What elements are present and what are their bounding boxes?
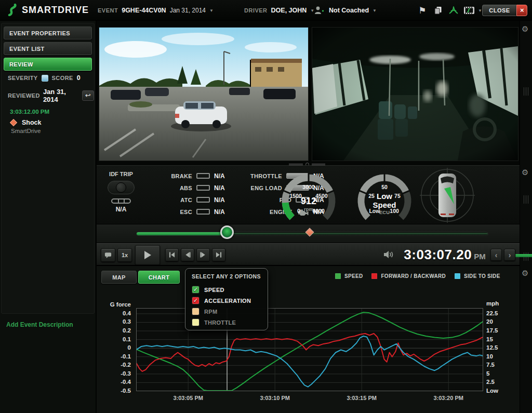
sidebar-tab-review[interactable]: REVIEW	[4, 58, 92, 71]
event-selector[interactable]: EVENT 9GHE-44CV0N Jan 31, 2014 ▼	[98, 0, 214, 21]
event-type-row: Shock	[11, 119, 95, 126]
option-acceleration[interactable]: ✓ACCELERATION	[192, 295, 261, 306]
indicator-box	[196, 185, 210, 191]
event-id: 9GHE-44CV0N	[122, 7, 166, 14]
close-x-button[interactable]: ×	[516, 5, 527, 16]
flag-icon[interactable]: ⚑	[416, 4, 429, 17]
video-clip-icon[interactable]	[462, 4, 476, 17]
export-reader-icon[interactable]	[447, 4, 460, 17]
previous-event-button[interactable]: ‹	[490, 249, 502, 261]
timeline-progress	[137, 232, 228, 235]
chevron-down-icon[interactable]: ▼	[209, 8, 214, 13]
telemetry-section-drag-handle[interactable]	[524, 195, 528, 204]
bus-interior-scene	[312, 28, 518, 161]
y-tick-right: 20	[486, 318, 512, 325]
idf-trip-meter	[111, 198, 131, 204]
unchecked-checkbox[interactable]	[192, 308, 200, 315]
video-clip-glyph	[463, 6, 475, 15]
interior-camera-video[interactable]	[312, 27, 518, 161]
timeline-section	[97, 224, 520, 243]
unchecked-checkbox[interactable]	[192, 318, 200, 326]
telemetry-settings-gear-icon[interactable]: ⚙	[522, 168, 528, 176]
indicator-row-abs: ABSN/A	[147, 182, 230, 194]
indicator-label: ABS	[180, 185, 192, 191]
event-time: 3:03:12.00 PM	[10, 109, 95, 115]
y-tick-right: 5	[486, 370, 512, 377]
driver-selector[interactable]: DRIVER DOE, JOHN ▼	[244, 0, 314, 21]
indicator-value: N/A	[214, 196, 230, 204]
checked-checkbox[interactable]: ✓	[192, 286, 200, 294]
indicator-row-brake: BRAKEN/A	[147, 170, 230, 182]
video-section	[97, 21, 520, 165]
y-tick-right: 12.5	[486, 344, 512, 351]
smartdrive-event-review-screen: SMARTDRIVE EVENT 9GHE-44CV0N Jan 31, 201…	[0, 0, 532, 413]
close-button[interactable]: CLOSE	[482, 5, 516, 16]
event-list-item[interactable]: 3:03:12.00 PM Shock SmartDrive	[2, 104, 95, 138]
y-axis-left-title: G force	[97, 301, 131, 308]
y-tick-right: 22.5	[486, 310, 512, 316]
comment-button[interactable]	[101, 248, 115, 262]
road-scene	[99, 28, 308, 161]
option-speed[interactable]: ✓SPEED	[192, 284, 261, 295]
option-throttle[interactable]: THROTTLE	[192, 317, 261, 328]
dropdown-title: SELECT ANY 2 OPTIONS	[192, 273, 261, 279]
playback-speed-button[interactable]: 1x	[117, 248, 132, 262]
y-tick-right: 15	[486, 336, 512, 342]
sidebar: EVENT PROPERTIESEVENT LISTREVIEW SEVERIT…	[0, 21, 97, 413]
current-time: 3:03:07.20	[404, 247, 472, 262]
y-tick-left: 0	[108, 344, 131, 351]
svg-text:ECU: ECU	[379, 209, 390, 215]
indicator-label: ESC	[180, 209, 192, 215]
indicator-value: N/A	[214, 208, 230, 216]
brand-name: SMARTDRIVE	[22, 5, 89, 16]
score-label: SCORE	[52, 75, 73, 81]
speaker-icon[interactable]	[383, 250, 394, 259]
event-label: EVENT	[98, 7, 118, 14]
idf-trip-label: IDF TRIP	[104, 171, 138, 177]
step-back-button[interactable]	[181, 248, 194, 261]
speech-bubble-icon	[104, 252, 112, 259]
svg-text:75: 75	[394, 193, 401, 199]
forward-camera-video[interactable]	[99, 27, 309, 161]
skip-to-start-button[interactable]	[165, 248, 179, 261]
chevron-down-icon[interactable]: ▼	[373, 8, 377, 13]
sidebar-tab-event-list[interactable]: EVENT LIST	[4, 42, 92, 55]
indicator-box	[196, 209, 210, 215]
next-event-button[interactable]: ›	[504, 249, 515, 261]
sidebar-tab-event-properties[interactable]: EVENT PROPERTIES	[4, 26, 92, 39]
copy-document-icon[interactable]	[431, 4, 445, 17]
option-label: SPEED	[204, 287, 224, 293]
svg-text:25: 25	[368, 193, 375, 199]
event-date: Jan 31, 2014	[170, 7, 206, 14]
indicator-row-atc: ATCN/A	[147, 194, 230, 206]
y-tick-right: 10	[486, 353, 512, 359]
add-event-description-link[interactable]: Add Event Description	[6, 321, 73, 328]
play-button[interactable]	[135, 245, 160, 265]
svg-text:6000: 6000	[312, 208, 325, 214]
severity-label: SEVERITY	[8, 75, 38, 81]
x-tick: 3:03:15 PM	[338, 395, 385, 401]
timeline-scrubber-handle[interactable]	[220, 225, 234, 239]
option-rpm[interactable]: RPM	[192, 306, 261, 317]
coach-status-selector[interactable]: Not Coached ▼	[314, 0, 377, 21]
chevron-down-icon[interactable]: ▼	[478, 8, 482, 13]
y-tick-left: 0.3	[108, 318, 131, 325]
idf-trip-toggle[interactable]	[108, 181, 135, 194]
video-section-drag-handle[interactable]	[524, 87, 528, 96]
telemetry-section: IDF TRIP N/A BRAKEN/AABSN/AATCN/AESCN/A …	[97, 165, 520, 224]
gforce-radar	[420, 168, 475, 223]
checked-checkbox[interactable]: ✓	[192, 297, 200, 304]
undo-review-button[interactable]: ↩	[82, 90, 95, 101]
chart-settings-gear-icon[interactable]: ⚙	[522, 269, 528, 277]
indicator-box	[196, 197, 210, 203]
step-forward-button[interactable]	[196, 248, 210, 261]
idf-trip-value: N/A	[104, 206, 138, 213]
svg-text:4500: 4500	[315, 193, 328, 199]
playback-controls: 1x 3:03:07.20PM ‹ ›	[97, 243, 520, 266]
option-label: RPM	[204, 309, 217, 315]
reply-arrow-icon: ↩	[85, 91, 91, 99]
reviewed-row: REVIEWED Jan 31, 2014 ↩	[8, 88, 94, 103]
skip-to-end-button[interactable]	[212, 248, 225, 261]
svg-text:3000: 3000	[302, 184, 315, 190]
video-settings-gear-icon[interactable]: ⚙	[522, 25, 528, 33]
